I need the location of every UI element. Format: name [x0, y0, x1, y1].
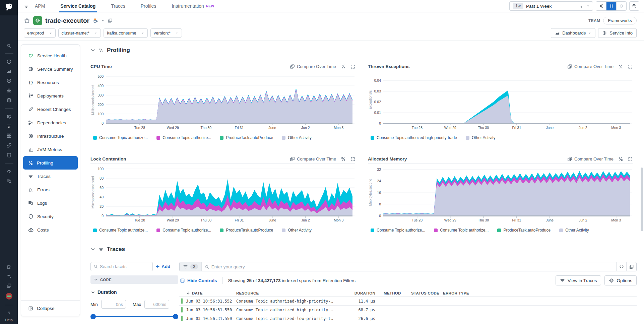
log-search-icon[interactable]	[6, 179, 12, 184]
team-badge[interactable]: Frameworks	[603, 17, 637, 24]
legend-item[interactable]: Other Activity	[466, 135, 496, 140]
column-header-resource[interactable]: RESOURCE	[236, 291, 347, 295]
expand-icon[interactable]	[628, 64, 633, 69]
scrollbar-thumb[interactable]	[641, 168, 643, 231]
nav-tab-traces[interactable]: Traces	[110, 0, 126, 12]
legend-item[interactable]: Consume Topic authorize...	[156, 228, 211, 233]
compare-over-time-button[interactable]: Compare Over Time	[567, 64, 614, 69]
nav-tab-profiles[interactable]: Profiles	[139, 0, 158, 12]
people-icon[interactable]	[6, 114, 12, 119]
pin-icon[interactable]	[579, 4, 584, 8]
sidebar-item-deployments[interactable]: Deployments	[23, 89, 78, 103]
options-button[interactable]: Options	[604, 275, 637, 285]
nav-tab-instrumentation[interactable]: InstrumentationNEW	[170, 0, 215, 12]
windows-icon[interactable]	[6, 283, 12, 288]
chart-plot[interactable]: 020406080100Microseconds/secondTue 28Wed…	[90, 166, 355, 223]
column-header-error-type[interactable]: ERROR TYPE	[443, 291, 480, 295]
table-row[interactable]: Jun 03 10:56:31.550Consume Topic authori…	[179, 314, 637, 323]
legend-item[interactable]: Other Activity	[282, 228, 312, 233]
query-input[interactable]	[211, 264, 613, 269]
profiling-toggle-icon[interactable]	[341, 156, 346, 161]
service-info-button[interactable]: Service Info	[598, 28, 637, 38]
legend-item[interactable]: Consume Topic authorize...	[156, 135, 211, 140]
expand-icon[interactable]	[628, 157, 633, 161]
apps-icon[interactable]	[6, 133, 12, 138]
sparkles-icon[interactable]	[6, 273, 12, 279]
scope-filter-env-prod[interactable]: env:prod	[24, 28, 56, 38]
sidebar-item-costs[interactable]: $Costs	[23, 223, 78, 237]
sidebar-item-errors[interactable]: Errors	[23, 183, 78, 196]
layers-icon[interactable]	[6, 98, 12, 103]
query-filter-chip[interactable]: 3	[180, 262, 202, 271]
chart-plot[interactable]: 08162432Mebibytes/secondTue 28Wed 29Thu …	[368, 166, 633, 223]
compare-over-time-button[interactable]: Compare Over Time	[567, 156, 614, 161]
nav-tab-apm[interactable]: APM	[34, 0, 46, 12]
gauge-icon[interactable]	[6, 169, 12, 174]
collapse-button[interactable]: Collapse	[21, 300, 80, 316]
pause-button[interactable]	[606, 2, 616, 10]
profiling-toggle-icon[interactable]	[618, 156, 623, 161]
profiling-toggle-icon[interactable]	[618, 64, 623, 69]
copy-query-button[interactable]	[626, 262, 636, 271]
shield-icon[interactable]	[6, 152, 12, 158]
legend-item[interactable]: Consume Topic authorize...	[434, 228, 489, 233]
zoom-out-button[interactable]	[629, 1, 639, 11]
expand-icon[interactable]	[350, 157, 355, 161]
legend-item[interactable]: Other Activity	[559, 228, 589, 233]
clock-icon[interactable]	[6, 59, 12, 64]
sidebar-item-security[interactable]: Security	[23, 210, 78, 223]
view-in-traces-button[interactable]: View in Traces	[556, 275, 601, 285]
link-icon[interactable]	[6, 143, 12, 148]
area-chart-icon[interactable]	[6, 69, 11, 74]
profiling-toggle-icon[interactable]	[341, 64, 346, 69]
legend-item[interactable]: Consume Topic authorized-high-priority-t…	[371, 135, 457, 140]
user-avatar[interactable]	[6, 293, 12, 300]
facet-search-input[interactable]	[100, 264, 143, 269]
compare-over-time-button[interactable]: Compare Over Time	[290, 64, 336, 69]
sidebar-item-service-summary[interactable]: Service Summary	[23, 62, 78, 76]
expand-icon[interactable]	[350, 64, 355, 69]
sidebar-item-recent-changes[interactable]: Recent Changes	[23, 103, 78, 116]
forward-button[interactable]	[616, 2, 626, 10]
sidebar-item-logs[interactable]: Logs	[23, 196, 78, 210]
dashboards-button[interactable]: Dashboards	[551, 28, 595, 38]
scope-filter-kafka-consume[interactable]: kafka.consume	[104, 28, 147, 38]
duration-max-input[interactable]	[144, 300, 169, 309]
chevron-down-icon[interactable]	[90, 247, 95, 252]
chart-plot[interactable]: 00.010.020.030.04Exceptions/sTue 28Wed 2…	[368, 73, 633, 131]
slider-handle-max[interactable]	[173, 314, 178, 319]
star-icon[interactable]	[24, 17, 30, 24]
time-range-picker[interactable]: 1w Past 1 Week	[509, 1, 593, 11]
table-row[interactable]: Jun 03 10:56:31.552Consume Topic authori…	[179, 297, 637, 306]
filter-icon[interactable]	[6, 124, 11, 129]
legend-item[interactable]: Consume Topic authorize...	[93, 228, 148, 233]
target-icon[interactable]	[6, 78, 12, 83]
legend-item[interactable]: ProduceTask.autoProduce	[220, 135, 273, 140]
slider-track[interactable]	[92, 316, 176, 317]
sidebar-item-resources[interactable]: { }Resources	[23, 76, 78, 89]
legend-item[interactable]: Consume Topic authorize...	[93, 135, 148, 140]
sidebar-item-infrastructure[interactable]: Infrastructure	[23, 129, 78, 143]
scope-filter-cluster-name-[interactable]: cluster-name:*	[58, 28, 101, 38]
duration-min-input[interactable]	[101, 300, 126, 309]
nav-tab-service-catalog[interactable]: Service Catalog	[59, 0, 97, 12]
slider-handle-min[interactable]	[90, 314, 96, 319]
column-header-date[interactable]: DATE	[186, 291, 236, 295]
column-header-duration[interactable]: DURATION	[347, 291, 375, 295]
copy-icon[interactable]	[108, 18, 113, 23]
code-view-button[interactable]	[616, 262, 626, 271]
sidebar-item-profiling[interactable]: Profiling	[23, 156, 78, 170]
binoculars-icon[interactable]	[6, 88, 12, 93]
apm-product-icon[interactable]	[24, 4, 29, 9]
sidebar-item-traces[interactable]: Traces	[23, 170, 78, 183]
rewind-button[interactable]	[596, 2, 606, 10]
add-facet-button[interactable]: Add	[155, 264, 170, 269]
chart-plot[interactable]: 0100200300400500Milliseconds/secondTue 2…	[90, 73, 355, 131]
chevron-down-icon[interactable]	[101, 19, 105, 22]
column-header-method[interactable]: METHOD	[384, 291, 411, 295]
legend-item[interactable]: ProduceTask.autoProduce	[220, 228, 273, 233]
search-icon[interactable]	[7, 44, 11, 48]
table-row[interactable]: Jun 03 10:56:31.550Consume Topic authori…	[179, 306, 637, 314]
puzzle-icon[interactable]	[6, 264, 12, 269]
datadog-logo[interactable]	[0, 0, 18, 15]
